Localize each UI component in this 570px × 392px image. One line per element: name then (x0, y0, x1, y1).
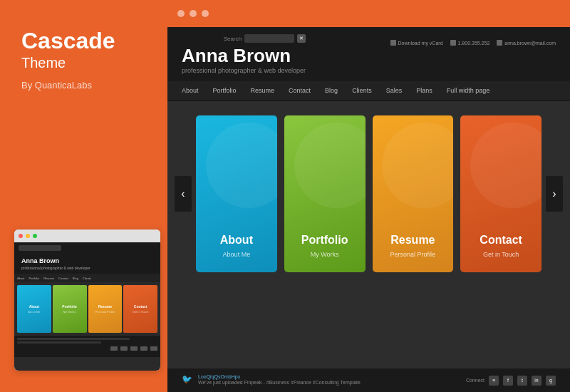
nav-about[interactable]: About (182, 87, 199, 94)
site-footer: 🐦 LooQiqQsOmbHpx We've just uploaded Fin… (167, 368, 570, 392)
card-about-circle (206, 123, 277, 208)
next-arrow[interactable]: › (546, 176, 563, 212)
nav-contact[interactable]: Contact (289, 87, 311, 94)
browser-dot-red (177, 10, 185, 17)
right-mockup: Search ✕ Anna Brown professional photogr… (167, 0, 570, 392)
card-about[interactable]: About About Me (196, 115, 277, 272)
nav-resume[interactable]: Resume (251, 87, 275, 94)
small-social3 (130, 346, 138, 351)
footer-tweet-block: LooQiqQsOmbHpx We've just uploaded Finpe… (198, 374, 361, 386)
card-about-sub: About Me (223, 251, 251, 258)
nav-blog[interactable]: Blog (325, 87, 338, 94)
small-cards: About About Me Portfolio My Works Resume… (14, 282, 160, 336)
site-name: Anna Brown (182, 46, 306, 66)
nav-sales[interactable]: Sales (386, 87, 403, 94)
footer-left: 🐦 LooQiqQsOmbHpx We've just uploaded Fin… (182, 374, 361, 386)
theme-title: Cascade (21, 29, 153, 53)
small-footer (14, 336, 160, 357)
phone-icon (450, 40, 456, 46)
small-site-header: Anna Brown professional photographer & w… (14, 254, 160, 274)
browser-titlebar (167, 0, 570, 27)
small-dot-yellow (26, 234, 30, 238)
small-nav-portfolio: Portfolio (28, 277, 39, 280)
card-resume[interactable]: Resume Personal Profile (373, 115, 454, 272)
small-dot-green (33, 234, 37, 238)
footer-right: Connect ≡ f t in g (466, 376, 556, 386)
search-input-small[interactable] (244, 34, 294, 43)
nav-fullwidth[interactable]: Full width page (447, 87, 490, 94)
small-footer-line1 (17, 338, 130, 340)
site-name-block: Search ✕ Anna Brown professional photogr… (182, 34, 306, 74)
browser-dot-green (202, 10, 209, 17)
card-contact-circle (470, 123, 542, 208)
small-site-name: Anna Brown (19, 256, 156, 266)
card-portfolio-title: Portfolio (301, 234, 348, 247)
small-card-contact: Contact Get In Touch (123, 285, 157, 333)
twitter-icon: 🐦 (182, 374, 192, 384)
card-portfolio-sub: My Works (311, 251, 339, 258)
contact-email: anna.brown@mail.com (497, 40, 556, 46)
small-card-resume-label: Resume (98, 304, 112, 309)
social-twitter[interactable]: t (517, 376, 527, 386)
card-contact-sub: Get in Touch (483, 251, 519, 258)
browser-content: Search ✕ Anna Brown professional photogr… (167, 27, 570, 392)
card-contact[interactable]: Contact Get in Touch (460, 115, 542, 272)
small-card-resume: Resume Personal Profile (88, 285, 123, 333)
social-google[interactable]: g (546, 376, 556, 386)
small-card-portfolio-label: Portfolio (62, 304, 77, 309)
theme-by: By QuanticaLabs (21, 80, 153, 91)
twitter-handle: LooQiqQsOmbHpx (198, 374, 361, 379)
nav-plans[interactable]: Plans (416, 87, 432, 94)
tweet-text: We've just uploaded Finpeak - #Business … (198, 379, 361, 386)
connect-label: Connect (466, 378, 484, 383)
contact-vcard: Download my vCard (390, 40, 443, 46)
small-titlebar (14, 229, 160, 242)
search-label: Search (224, 36, 242, 42)
small-social1 (110, 346, 118, 351)
small-nav-clients: Clients (83, 277, 91, 280)
contact-info: Download my vCard 1.800.355.252 anna.bro… (390, 40, 556, 46)
social-linkedin[interactable]: in (532, 376, 542, 386)
site-header: Search ✕ Anna Brown professional photogr… (167, 27, 570, 81)
small-social4 (140, 346, 147, 351)
social-facebook[interactable]: f (503, 376, 513, 386)
small-searchbar (19, 245, 61, 251)
theme-subtitle: Theme (21, 55, 153, 71)
site-nav: About Portfolio Resume Contact Blog Clie… (167, 81, 570, 101)
social-rss[interactable]: ≡ (489, 376, 499, 386)
small-nav-resume: Resume (43, 277, 54, 280)
card-portfolio[interactable]: Portfolio My Works (284, 115, 366, 272)
browser-dot-yellow (190, 10, 197, 17)
small-card-contact-label: Contact (134, 304, 147, 309)
small-social2 (120, 346, 128, 351)
search-button[interactable]: ✕ (297, 34, 306, 43)
cards-container: About About Me Portfolio My Works Resume… (167, 101, 570, 287)
small-card-about: About About Me (17, 285, 51, 333)
small-nav-about: About (17, 277, 24, 280)
small-header (14, 242, 160, 254)
nav-portfolio[interactable]: Portfolio (213, 87, 237, 94)
card-resume-sub: Personal Profile (390, 251, 436, 258)
small-nav-contact: Contact (58, 277, 68, 280)
small-mockup: Anna Brown professional photographer & w… (14, 229, 160, 371)
card-about-title: About (220, 234, 253, 247)
card-resume-circle (382, 123, 453, 208)
cards-section: ‹ About About Me Portfolio My Works Resu… (167, 101, 570, 287)
small-card-portfolio-sub: My Works (63, 310, 76, 314)
small-card-portfolio: Portfolio My Works (53, 285, 87, 333)
small-card-about-label: About (29, 304, 39, 309)
small-content: Anna Brown professional photographer & w… (14, 242, 160, 371)
site-tagline: professional photographer & web develope… (182, 67, 306, 74)
email-icon (497, 40, 502, 46)
small-social5 (150, 346, 157, 351)
nav-clients[interactable]: Clients (352, 87, 372, 94)
small-site-tagline: professional photographer & web develope… (19, 266, 156, 272)
small-card-contact-sub: Get In Touch (133, 310, 149, 314)
card-portfolio-circle (294, 123, 366, 208)
small-card-resume-sub: Personal Profile (95, 310, 115, 314)
small-card-about-sub: About Me (28, 310, 40, 314)
left-panel: Cascade Theme By QuanticaLabs Anna Brown… (0, 0, 175, 392)
small-nav: About Portfolio Resume Contact Blog Clie… (14, 274, 160, 282)
download-icon (390, 40, 396, 46)
small-footer-line2 (17, 341, 101, 344)
